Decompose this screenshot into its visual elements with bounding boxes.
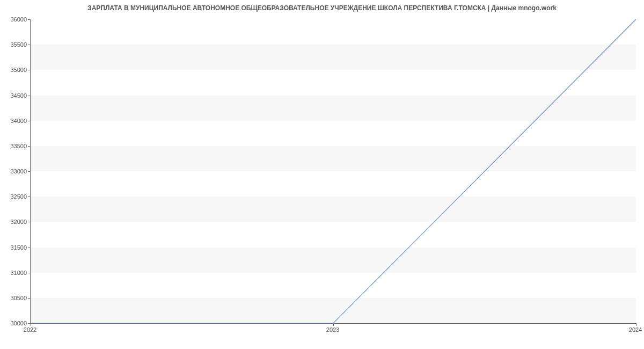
- y-tick-label: 32500: [2, 193, 27, 200]
- y-tick-mark: [28, 298, 31, 299]
- y-tick-label: 34500: [2, 92, 27, 99]
- y-tick-mark: [28, 45, 31, 45]
- x-tick-label: 2023: [326, 326, 339, 333]
- plot-area: [30, 19, 636, 324]
- x-tick-label: 2022: [24, 326, 36, 333]
- y-tick-label: 31500: [2, 244, 27, 251]
- line-series: [31, 19, 636, 323]
- y-tick-label: 33000: [2, 168, 27, 174]
- salary-line-chart: ЗАРПЛАТА В МУНИЦИПАЛЬНОЕ АВТОНОМНОЕ ОБЩЕ…: [0, 0, 644, 349]
- y-tick-mark: [28, 96, 31, 96]
- y-tick-label: 30000: [2, 320, 27, 326]
- y-tick-mark: [28, 146, 31, 147]
- y-tick-label: 34000: [2, 118, 27, 124]
- y-tick-label: 32000: [2, 219, 27, 225]
- y-tick-label: 35500: [2, 41, 27, 48]
- y-tick-mark: [28, 171, 31, 172]
- x-tick-label: 2024: [629, 326, 642, 333]
- y-tick-mark: [28, 273, 31, 273]
- y-tick-mark: [28, 121, 31, 121]
- y-tick-mark: [28, 222, 31, 222]
- x-tick-mark: [31, 323, 31, 326]
- data-line: [31, 19, 636, 323]
- y-tick-mark: [28, 70, 31, 70]
- y-tick-label: 31000: [2, 270, 27, 276]
- y-tick-mark: [28, 248, 31, 248]
- x-tick-mark: [333, 323, 334, 326]
- y-tick-label: 33500: [2, 143, 27, 149]
- x-tick-mark: [636, 323, 636, 326]
- chart-title: ЗАРПЛАТА В МУНИЦИПАЛЬНОЕ АВТОНОМНОЕ ОБЩЕ…: [0, 4, 644, 12]
- y-tick-label: 36000: [2, 16, 27, 23]
- y-tick-label: 35000: [2, 67, 27, 73]
- y-tick-mark: [28, 197, 31, 197]
- y-tick-label: 30500: [2, 295, 27, 301]
- y-tick-mark: [28, 19, 31, 20]
